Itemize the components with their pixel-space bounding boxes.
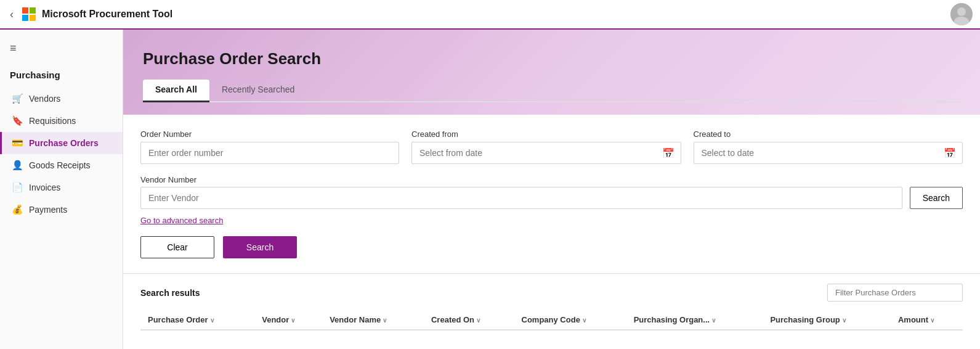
- clear-button[interactable]: Clear: [140, 236, 214, 258]
- created-from-input[interactable]: [419, 148, 661, 158]
- tabs-container: Search All Recently Searched: [143, 80, 960, 102]
- col-purchase-order[interactable]: Purchase Order∨: [140, 310, 254, 330]
- results-section: Search results Purchase Order∨ Vendor∨ V…: [123, 273, 980, 349]
- hamburger-menu[interactable]: ≡: [0, 37, 123, 65]
- goods-receipts-icon: 👤: [12, 160, 23, 171]
- order-number-input[interactable]: [140, 142, 399, 164]
- table-header: Purchase Order∨ Vendor∨ Vendor Name∨ Cre…: [140, 310, 963, 330]
- search-inline-button[interactable]: Search: [910, 187, 963, 209]
- content-area: Purchase Order Search Search All Recentl…: [123, 30, 980, 349]
- order-number-group: Order Number: [140, 129, 399, 164]
- sidebar-section-title: Purchasing: [0, 65, 123, 88]
- sidebar-item-label: Invoices: [29, 183, 60, 192]
- created-to-input[interactable]: [702, 148, 943, 158]
- sidebar-item-vendors[interactable]: 🛒 Vendors: [0, 88, 123, 110]
- created-from-group: Created from 📅: [411, 129, 681, 164]
- search-form: Order Number Created from 📅 Created to 📅: [123, 115, 980, 273]
- requisitions-icon: 🔖: [12, 115, 23, 126]
- sidebar-item-label: Requisitions: [29, 116, 76, 126]
- created-from-calendar-icon[interactable]: 📅: [661, 146, 676, 160]
- invoices-icon: 📄: [12, 182, 23, 193]
- sidebar-item-label: Purchase Orders: [29, 138, 99, 148]
- topbar-left: ‹ Microsoft Procurement Tool: [7, 6, 172, 23]
- results-table: Purchase Order∨ Vendor∨ Vendor Name∨ Cre…: [140, 310, 963, 331]
- created-to-calendar-icon[interactable]: 📅: [942, 146, 957, 160]
- page-header: Purchase Order Search Search All Recentl…: [123, 30, 980, 115]
- advanced-search-link[interactable]: Go to advanced search: [140, 216, 223, 225]
- vendor-row: Search: [140, 187, 963, 209]
- col-created-on[interactable]: Created On∨: [424, 310, 514, 330]
- sidebar-item-label: Vendors: [29, 94, 60, 104]
- back-button[interactable]: ‹: [7, 6, 16, 23]
- sidebar-item-label: Payments: [29, 205, 67, 215]
- created-to-input-wrap: 📅: [694, 142, 963, 164]
- order-number-label: Order Number: [140, 129, 399, 139]
- form-row-1: Order Number Created from 📅 Created to 📅: [140, 129, 963, 164]
- table-header-row: Purchase Order∨ Vendor∨ Vendor Name∨ Cre…: [140, 310, 963, 330]
- main-layout: ≡ Purchasing 🛒 Vendors 🔖 Requisitions 💳 …: [0, 30, 980, 349]
- sidebar-item-purchase-orders[interactable]: 💳 Purchase Orders: [0, 132, 123, 154]
- created-from-input-wrap: 📅: [411, 142, 681, 164]
- user-avatar[interactable]: [950, 3, 973, 25]
- page-title: Purchase Order Search: [143, 49, 960, 68]
- vendor-number-input[interactable]: [140, 187, 902, 209]
- created-from-label: Created from: [411, 129, 681, 139]
- col-purchasing-organ[interactable]: Purchasing Organ...∨: [626, 310, 763, 330]
- sidebar-item-label: Goods Receipts: [29, 160, 91, 170]
- col-vendor[interactable]: Vendor∨: [254, 310, 322, 330]
- created-to-label: Created to: [694, 129, 963, 139]
- col-vendor-name[interactable]: Vendor Name∨: [322, 310, 424, 330]
- col-amount[interactable]: Amount∨: [891, 310, 963, 330]
- vendors-icon: 🛒: [12, 93, 23, 104]
- sidebar: ≡ Purchasing 🛒 Vendors 🔖 Requisitions 💳 …: [0, 30, 123, 349]
- results-title: Search results: [140, 288, 200, 298]
- vendor-number-label: Vendor Number: [140, 175, 963, 184]
- tab-recently-searched[interactable]: Recently Searched: [209, 80, 307, 102]
- vendor-number-group: Vendor Number: [140, 175, 963, 184]
- svg-point-1: [957, 7, 966, 16]
- tab-search-all[interactable]: Search All: [143, 80, 209, 102]
- sidebar-item-goods-receipts[interactable]: 👤 Goods Receipts: [0, 154, 123, 176]
- app-title: Microsoft Procurement Tool: [42, 9, 172, 20]
- created-to-group: Created to 📅: [694, 129, 963, 164]
- col-purchasing-group[interactable]: Purchasing Group∨: [763, 310, 891, 330]
- microsoft-logo: [22, 7, 36, 21]
- purchase-orders-icon: 💳: [12, 138, 23, 149]
- results-header: Search results: [140, 284, 963, 302]
- topbar: ‹ Microsoft Procurement Tool: [0, 0, 980, 30]
- col-company-code[interactable]: Company Code∨: [514, 310, 626, 330]
- search-button[interactable]: Search: [223, 236, 297, 258]
- action-row: Clear Search: [140, 236, 963, 258]
- filter-purchase-orders-input[interactable]: [827, 284, 963, 302]
- sidebar-item-invoices[interactable]: 📄 Invoices: [0, 176, 123, 199]
- sidebar-item-requisitions[interactable]: 🔖 Requisitions: [0, 110, 123, 132]
- payments-icon: 💰: [12, 204, 23, 215]
- sidebar-item-payments[interactable]: 💰 Payments: [0, 199, 123, 221]
